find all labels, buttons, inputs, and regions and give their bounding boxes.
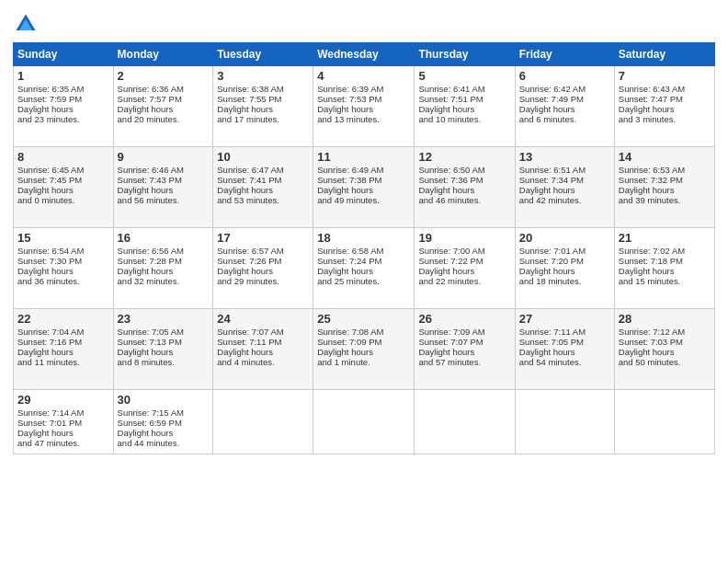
calendar-cell: 13Sunrise: 6:51 AMSunset: 7:34 PMDayligh… [515, 147, 614, 228]
calendar-cell: 23Sunrise: 7:05 AMSunset: 7:13 PMDayligh… [113, 309, 213, 390]
sunset-text: Sunset: 7:26 PM [217, 256, 281, 266]
sunrise-text: Sunrise: 6:58 AM [317, 246, 383, 256]
day-number: 12 [418, 150, 510, 164]
daylight-duration: and 22 minutes. [418, 276, 481, 286]
daylight-duration: and 42 minutes. [519, 195, 582, 205]
calendar-cell: 5Sunrise: 6:41 AMSunset: 7:51 PMDaylight… [415, 66, 515, 147]
daylight-duration: and 1 minute. [317, 357, 370, 367]
calendar-cell: 12Sunrise: 6:50 AMSunset: 7:36 PMDayligh… [415, 147, 515, 228]
sunrise-text: Sunrise: 6:53 AM [619, 165, 685, 175]
daylight-label: Daylight hours [217, 104, 273, 114]
day-number: 25 [317, 312, 410, 326]
sunrise-text: Sunrise: 6:36 AM [118, 84, 184, 94]
daylight-duration: and 54 minutes. [519, 357, 582, 367]
daylight-duration: and 47 minutes. [17, 438, 80, 448]
daylight-label: Daylight hours [17, 347, 74, 357]
sunrise-text: Sunrise: 6:57 AM [217, 246, 283, 256]
sunset-text: Sunset: 7:22 PM [418, 256, 483, 266]
sunset-text: Sunset: 7:01 PM [17, 418, 82, 428]
calendar-cell: 28Sunrise: 7:12 AMSunset: 7:03 PMDayligh… [614, 309, 714, 390]
daylight-duration: and 15 minutes. [619, 276, 681, 286]
daylight-label: Daylight hours [317, 185, 373, 195]
daylight-label: Daylight hours [17, 428, 74, 438]
calendar-cell: 8Sunrise: 6:45 AMSunset: 7:45 PMDaylight… [14, 147, 114, 228]
day-number: 26 [418, 312, 510, 326]
sunrise-text: Sunrise: 6:51 AM [519, 165, 586, 175]
day-number: 5 [418, 69, 510, 83]
day-number: 30 [118, 393, 210, 407]
daylight-label: Daylight hours [118, 347, 174, 357]
daylight-label: Daylight hours [619, 104, 675, 114]
col-monday: Monday [113, 43, 213, 66]
daylight-label: Daylight hours [217, 347, 273, 357]
calendar-cell: 6Sunrise: 6:42 AMSunset: 7:49 PMDaylight… [515, 66, 614, 147]
sunset-text: Sunset: 7:07 PM [418, 337, 483, 347]
day-number: 7 [619, 69, 711, 83]
sunrise-text: Sunrise: 7:00 AM [418, 246, 484, 256]
sunset-text: Sunset: 7:47 PM [619, 94, 683, 104]
col-wednesday: Wednesday [313, 43, 415, 66]
sunrise-text: Sunrise: 6:38 AM [217, 84, 283, 94]
day-number: 14 [619, 150, 711, 164]
day-number: 29 [17, 393, 109, 407]
sunrise-text: Sunrise: 6:56 AM [118, 246, 184, 256]
daylight-duration: and 36 minutes. [17, 276, 80, 286]
sunrise-text: Sunrise: 6:47 AM [217, 165, 283, 175]
sunrise-text: Sunrise: 7:02 AM [619, 246, 685, 256]
day-number: 6 [519, 69, 610, 83]
sunrise-text: Sunrise: 7:01 AM [519, 246, 586, 256]
calendar-cell: 20Sunrise: 7:01 AMSunset: 7:20 PMDayligh… [515, 228, 614, 309]
sunrise-text: Sunrise: 6:43 AM [619, 84, 685, 94]
daylight-duration: and 39 minutes. [619, 195, 681, 205]
day-number: 3 [217, 69, 309, 83]
sunrise-text: Sunrise: 6:49 AM [317, 165, 383, 175]
day-number: 19 [418, 231, 510, 245]
calendar-cell: 1Sunrise: 6:35 AMSunset: 7:59 PMDaylight… [14, 66, 114, 147]
calendar-cell: 17Sunrise: 6:57 AMSunset: 7:26 PMDayligh… [213, 228, 313, 309]
sunset-text: Sunset: 7:05 PM [519, 337, 584, 347]
daylight-label: Daylight hours [519, 266, 575, 276]
daylight-label: Daylight hours [118, 266, 174, 276]
daylight-label: Daylight hours [317, 104, 373, 114]
daylight-duration: and 13 minutes. [317, 114, 380, 124]
day-number: 21 [619, 231, 711, 245]
sunset-text: Sunset: 7:11 PM [217, 337, 281, 347]
logo-icon [13, 11, 39, 37]
daylight-duration: and 25 minutes. [317, 276, 380, 286]
sunset-text: Sunset: 7:16 PM [17, 337, 82, 347]
sunset-text: Sunset: 7:43 PM [118, 175, 182, 185]
calendar-cell: 7Sunrise: 6:43 AMSunset: 7:47 PMDaylight… [614, 66, 714, 147]
day-number: 23 [118, 312, 210, 326]
day-number: 13 [519, 150, 610, 164]
daylight-label: Daylight hours [317, 347, 373, 357]
daylight-label: Daylight hours [217, 266, 273, 276]
daylight-duration: and 32 minutes. [118, 276, 180, 286]
sunrise-text: Sunrise: 7:04 AM [17, 327, 84, 337]
day-number: 2 [118, 69, 210, 83]
day-number: 22 [17, 312, 109, 326]
day-number: 4 [317, 69, 410, 83]
col-friday: Friday [515, 43, 614, 66]
calendar-cell: 26Sunrise: 7:09 AMSunset: 7:07 PMDayligh… [415, 309, 515, 390]
daylight-duration: and 49 minutes. [317, 195, 380, 205]
calendar-cell: 24Sunrise: 7:07 AMSunset: 7:11 PMDayligh… [213, 309, 313, 390]
sunrise-text: Sunrise: 7:09 AM [418, 327, 484, 337]
calendar-cell [515, 390, 614, 454]
daylight-label: Daylight hours [418, 185, 474, 195]
col-tuesday: Tuesday [213, 43, 313, 66]
daylight-label: Daylight hours [17, 185, 74, 195]
sunset-text: Sunset: 7:45 PM [17, 175, 82, 185]
calendar-cell [213, 390, 313, 454]
sunrise-text: Sunrise: 6:35 AM [17, 84, 84, 94]
day-number: 10 [217, 150, 309, 164]
calendar-cell [614, 390, 714, 454]
calendar-cell: 3Sunrise: 6:38 AMSunset: 7:55 PMDaylight… [213, 66, 313, 147]
sunset-text: Sunset: 7:13 PM [118, 337, 182, 347]
daylight-duration: and 18 minutes. [519, 276, 582, 286]
daylight-duration: and 50 minutes. [619, 357, 681, 367]
calendar-cell: 14Sunrise: 6:53 AMSunset: 7:32 PMDayligh… [614, 147, 714, 228]
day-number: 15 [17, 231, 109, 245]
sunrise-text: Sunrise: 6:54 AM [17, 246, 84, 256]
daylight-duration: and 8 minutes. [118, 357, 175, 367]
calendar-cell: 21Sunrise: 7:02 AMSunset: 7:18 PMDayligh… [614, 228, 714, 309]
